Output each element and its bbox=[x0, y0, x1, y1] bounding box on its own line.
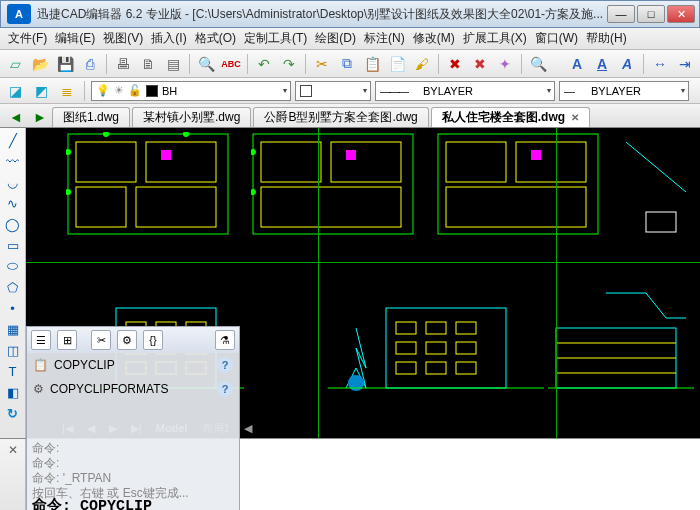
text-a2-icon[interactable]: A bbox=[591, 53, 613, 75]
cut-icon[interactable]: ✂ bbox=[311, 53, 333, 75]
zoom-icon[interactable]: 🔍 bbox=[527, 53, 549, 75]
svg-point-5 bbox=[66, 149, 71, 155]
tab-close-icon[interactable]: ✕ bbox=[571, 112, 579, 123]
menu-edit[interactable]: 编辑(E) bbox=[55, 30, 95, 47]
paste-special-icon[interactable]: 📄 bbox=[386, 53, 408, 75]
layer-states-icon[interactable]: ≣ bbox=[56, 80, 78, 102]
open-file-icon[interactable]: 📂 bbox=[29, 53, 51, 75]
menu-tools[interactable]: 定制工具(T) bbox=[244, 30, 307, 47]
panel-btn-5[interactable]: {} bbox=[143, 330, 163, 350]
panel-btn-2[interactable]: ⊞ bbox=[57, 330, 77, 350]
floorplan-2 bbox=[251, 132, 421, 252]
save-icon[interactable]: 💾 bbox=[54, 53, 76, 75]
menu-draw[interactable]: 绘图(D) bbox=[315, 30, 356, 47]
menu-modify[interactable]: 修改(M) bbox=[413, 30, 455, 47]
paste-icon[interactable]: 📋 bbox=[361, 53, 383, 75]
toolbar-properties: ◪ ◩ ≣ 💡 ☀ 🔓 BH ——— BYLAYER — BYLAYER bbox=[0, 78, 700, 104]
polyline-icon[interactable]: 〰 bbox=[2, 151, 24, 171]
color-dropdown[interactable] bbox=[295, 81, 371, 101]
purge-icon[interactable]: ✦ bbox=[494, 53, 516, 75]
region-icon[interactable]: ◫ bbox=[2, 340, 24, 360]
new-file-icon[interactable]: ▱ bbox=[4, 53, 26, 75]
text-a1-icon[interactable]: A bbox=[566, 53, 588, 75]
floorplan-4 bbox=[616, 132, 696, 252]
svg-rect-9 bbox=[161, 150, 171, 160]
layer-dropdown[interactable]: 💡 ☀ 🔓 BH bbox=[91, 81, 291, 101]
tab-prev-icon[interactable]: ◄ bbox=[4, 107, 28, 127]
suggest-label: COPYCLIP bbox=[54, 358, 115, 372]
menu-help[interactable]: 帮助(H) bbox=[586, 30, 627, 47]
tab-next-icon[interactable]: ► bbox=[28, 107, 52, 127]
panel-btn-3[interactable]: ✂ bbox=[91, 330, 111, 350]
maximize-button[interactable]: □ bbox=[637, 5, 665, 23]
copy-icon[interactable]: ⧉ bbox=[336, 53, 358, 75]
svg-rect-36 bbox=[396, 322, 416, 334]
spell-icon[interactable]: ABC bbox=[220, 53, 242, 75]
circle-icon[interactable]: ◯ bbox=[2, 214, 24, 234]
document-tab-strip: ◄ ► 图纸1.dwg 某村镇小别墅.dwg 公爵B型别墅方案全套图.dwg 私… bbox=[0, 104, 700, 128]
panel-btn-1[interactable]: ☰ bbox=[31, 330, 51, 350]
ellipse-icon[interactable]: ⬭ bbox=[2, 256, 24, 276]
refresh-icon[interactable]: ↻ bbox=[2, 403, 24, 423]
doc-tab-3[interactable]: 公爵B型别墅方案全套图.dwg bbox=[253, 107, 428, 127]
text-icon[interactable]: T bbox=[2, 361, 24, 381]
panel-btn-4[interactable]: ⚙ bbox=[117, 330, 137, 350]
rect-icon[interactable]: ▭ bbox=[2, 235, 24, 255]
print-icon[interactable]: 🖶 bbox=[112, 53, 134, 75]
svg-point-8 bbox=[183, 132, 189, 137]
svg-rect-23 bbox=[646, 212, 676, 232]
undo-icon[interactable]: ↶ bbox=[253, 53, 275, 75]
suggest-item-copyclipformats[interactable]: ⚙ COPYCLIPFORMATS ? bbox=[27, 377, 239, 401]
toolbar-standard: ▱ 📂 💾 ⎙ 🖶 🗎 ▤ 🔍 ABC ↶ ↷ ✂ ⧉ 📋 📄 🖌 ✖ ✖ ✦ … bbox=[0, 50, 700, 78]
linetype-dropdown[interactable]: ——— BYLAYER bbox=[375, 81, 555, 101]
find-icon[interactable]: 🔍 bbox=[195, 53, 217, 75]
text-a3-icon[interactable]: A bbox=[616, 53, 638, 75]
doc-tab-2[interactable]: 某村镇小别墅.dwg bbox=[132, 107, 251, 127]
command-history[interactable]: 命令: 命令: 命令: '_RTPAN 按回车、右键 或 Esc键完成... 命… bbox=[26, 439, 700, 510]
arc-icon[interactable]: ◡ bbox=[2, 172, 24, 192]
dim-icon[interactable]: ↔ bbox=[649, 53, 671, 75]
menu-insert[interactable]: 插入(I) bbox=[151, 30, 186, 47]
menu-dimension[interactable]: 标注(N) bbox=[364, 30, 405, 47]
menu-view[interactable]: 视图(V) bbox=[103, 30, 143, 47]
match-prop-icon[interactable]: 🖌 bbox=[411, 53, 433, 75]
menu-express[interactable]: 扩展工具(X) bbox=[463, 30, 527, 47]
hatch-icon[interactable]: ▦ bbox=[2, 319, 24, 339]
elevation-2 bbox=[326, 288, 546, 408]
suggest-item-copyclip[interactable]: 📋 COPYCLIP ? bbox=[27, 353, 239, 377]
panel-btn-flask[interactable]: ⚗ bbox=[215, 330, 235, 350]
point-icon[interactable]: • bbox=[2, 298, 24, 318]
help-icon[interactable]: ? bbox=[217, 357, 233, 373]
redo-icon[interactable]: ↷ bbox=[278, 53, 300, 75]
svg-rect-10 bbox=[253, 134, 413, 234]
svg-point-45 bbox=[348, 375, 364, 391]
close-button[interactable]: ✕ bbox=[667, 5, 695, 23]
svg-line-22 bbox=[626, 142, 686, 192]
svg-point-6 bbox=[66, 189, 71, 195]
gear-icon: ⚙ bbox=[33, 382, 44, 396]
doc-tab-4[interactable]: 私人住宅楼全套图.dwg✕ bbox=[431, 107, 590, 127]
menu-format[interactable]: 格式(O) bbox=[195, 30, 236, 47]
lineweight-dropdown[interactable]: — BYLAYER bbox=[559, 81, 689, 101]
line-icon[interactable]: ╱ bbox=[2, 130, 24, 150]
minimize-button[interactable]: — bbox=[607, 5, 635, 23]
spline-icon[interactable]: ∿ bbox=[2, 193, 24, 213]
menu-window[interactable]: 窗口(W) bbox=[535, 30, 578, 47]
help-icon[interactable]: ? bbox=[217, 381, 233, 397]
svg-rect-40 bbox=[426, 342, 446, 354]
erase-icon[interactable]: ✖ bbox=[444, 53, 466, 75]
layer-manager-icon[interactable]: ◪ bbox=[4, 80, 26, 102]
erase2-icon[interactable]: ✖ bbox=[469, 53, 491, 75]
doc-tab-1[interactable]: 图纸1.dwg bbox=[52, 107, 130, 127]
menu-file[interactable]: 文件(F) bbox=[8, 30, 47, 47]
layer-prev-icon[interactable]: ◩ bbox=[30, 80, 52, 102]
print-preview-icon[interactable]: 🗎 bbox=[137, 53, 159, 75]
dim2-icon[interactable]: ⇥ bbox=[674, 53, 696, 75]
command-input[interactable]: 命令: COPYCLIP bbox=[32, 499, 152, 510]
cmd-close-icon[interactable]: ✕ bbox=[0, 439, 26, 510]
polygon-icon[interactable]: ⬠ bbox=[2, 277, 24, 297]
plot-icon[interactable]: ▤ bbox=[162, 53, 184, 75]
save-all-icon[interactable]: ⎙ bbox=[79, 53, 101, 75]
svg-point-15 bbox=[251, 189, 256, 195]
block-icon[interactable]: ◧ bbox=[2, 382, 24, 402]
